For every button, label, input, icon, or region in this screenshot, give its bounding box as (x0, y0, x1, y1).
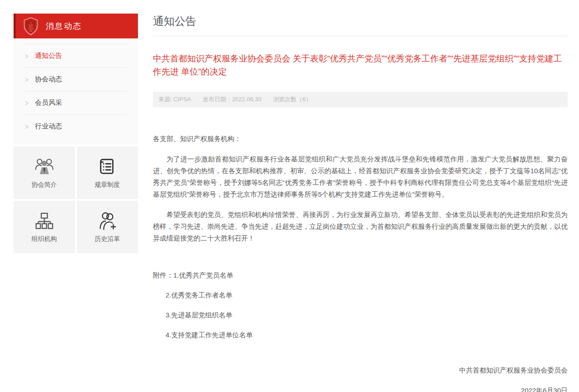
chevron-right-icon: > (25, 99, 28, 107)
shield-pagoda-icon (23, 17, 39, 36)
rulebook-icon (97, 156, 118, 177)
org-chart-icon (34, 211, 55, 231)
article-paragraph: 希望受表彰的党员、党组织和机构珍惜荣誉、再接再厉，为行业发展再立新功。希望各支部… (153, 209, 568, 244)
tile-label: 规章制度 (95, 181, 120, 189)
tile-history[interactable]: 历史沿革 (77, 201, 138, 253)
people-group-icon (34, 156, 55, 177)
tile-rules-regulations[interactable]: 规章制度 (77, 146, 138, 199)
sidebar-menu: > 通知公告 > 协会动态 > 会员风采 > 行业动态 (14, 40, 138, 144)
article-meta-bar: 来源: CIPSA 发布日期：2022.06.30 浏览次数（6） (153, 92, 568, 107)
chevron-right-icon: > (25, 52, 28, 60)
sidebar-item-member-showcase[interactable]: > 会员风采 (25, 91, 127, 114)
tile-organization[interactable]: 组织机构 (14, 201, 75, 253)
attachments-list: 附件：1.优秀共产党员名单 2.优秀党务工作者名单 3.先进基层党组织名单 4.… (153, 269, 568, 341)
sidebar-item-label: 行业动态 (35, 122, 62, 131)
sidebar-header: 消息动态 (14, 14, 138, 38)
article-view-count: 浏览次数（6） (273, 96, 312, 103)
article-body: 各支部、知识产权服务机构： 为了进一步激励首都知识产权服务行业各基层党组织和广大… (153, 133, 568, 244)
sidebar-item-industry-news[interactable]: > 行业动态 (25, 114, 127, 138)
tile-label: 组织机构 (32, 235, 57, 243)
sidebar-tiles: 协会简介 规章制度 (14, 146, 138, 253)
article-signature-block: 中共首都知识产权服务业协会委员会 2022年6月30日 (153, 364, 568, 392)
attachment-item: 4.支持党建工作先进单位名单 (153, 329, 568, 341)
article-salutation: 各支部、知识产权服务机构： (153, 133, 568, 145)
article-title: 中共首都知识产权服务业协会委员会 关于表彰“优秀共产党员”“优秀党务工作者”“先… (153, 52, 568, 78)
article-publish-date: 发布日期：2022.06.30 (203, 96, 261, 103)
tile-label: 协会简介 (32, 181, 57, 189)
tile-label: 历史沿革 (95, 235, 120, 243)
tile-association-intro[interactable]: 协会简介 (14, 146, 75, 199)
sidebar-header-title: 消息动态 (46, 21, 82, 32)
signature-date: 2022年6月30日 (153, 385, 568, 392)
attachment-lead: 附件：1.优秀共产党员名单 (153, 269, 568, 281)
sidebar: 消息动态 > 通知公告 > 协会动态 > 会员风采 > 行业动态 (14, 14, 138, 253)
attachment-item: 3.先进基层党组织名单 (153, 309, 568, 321)
people-plus-icon (97, 211, 118, 231)
sidebar-item-association-news[interactable]: > 协会动态 (25, 67, 127, 91)
page-title: 通知公告 (153, 14, 568, 36)
chevron-right-icon: > (25, 122, 28, 130)
signature-organization: 中共首都知识产权服务业协会委员会 (153, 364, 568, 376)
sidebar-item-label: 通知公告 (35, 52, 62, 60)
attachment-item: 2.优秀党务工作者名单 (153, 289, 568, 301)
main-content: 通知公告 中共首都知识产权服务业协会委员会 关于表彰“优秀共产党员”“优秀党务工… (153, 14, 568, 392)
sidebar-item-notices[interactable]: > 通知公告 (25, 44, 127, 67)
sidebar-item-label: 会员风采 (35, 99, 62, 107)
article-source: 来源: CIPSA (158, 96, 191, 103)
page: 消息动态 > 通知公告 > 协会动态 > 会员风采 > 行业动态 (0, 0, 579, 392)
chevron-right-icon: > (25, 75, 28, 83)
article-paragraph: 为了进一步激励首都知识产权服务行业各基层党组织和广大党员充分发挥战斗堡垒和先锋模… (153, 153, 568, 200)
sidebar-item-label: 协会动态 (35, 75, 62, 84)
